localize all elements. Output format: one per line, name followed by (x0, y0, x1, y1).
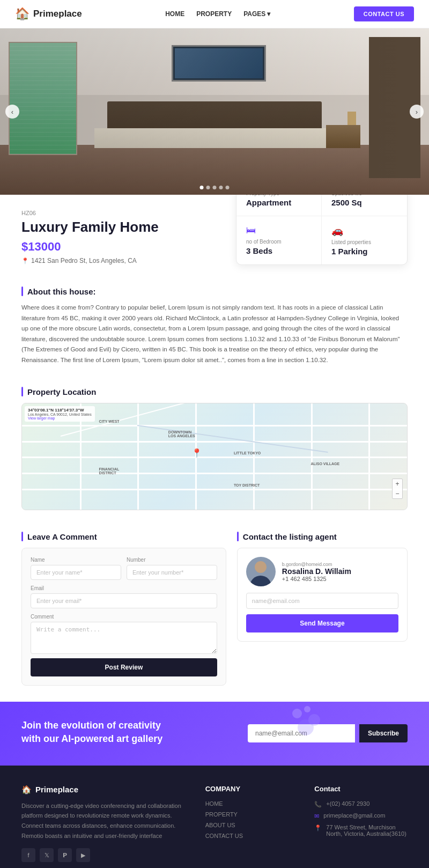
location-icon: 📍 (314, 825, 322, 832)
car-icon: 🚗 (331, 225, 343, 237)
comment-label: Comment (31, 614, 217, 620)
slider-dots (200, 186, 230, 189)
zoom-out-button[interactable]: − (393, 489, 402, 498)
property-price: $13000 (21, 240, 225, 254)
footer-socials: f 𝕏 𝗣 ▶ (21, 848, 189, 862)
about-text: Where does it come from? Contrary to pop… (21, 303, 408, 365)
property-detail-section: 🏢 Property Type Appartment 📐 Spacious li… (0, 195, 429, 270)
slider-prev-button[interactable]: ‹ (5, 105, 19, 119)
nav-pages[interactable]: PAGES ▾ (243, 10, 270, 18)
footer-link-property[interactable]: PROPERTY (205, 811, 299, 818)
slider-dot-5[interactable] (226, 186, 230, 189)
nav-property[interactable]: PROPERTY (196, 10, 232, 18)
hero-image (0, 28, 429, 195)
footer-phone-item: 📞 +(02) 4057 2930 (314, 800, 408, 808)
footer-company-col: COMPANY HOME PROPERTY ABOUT US CONTACT U… (205, 785, 299, 863)
number-label: Number (127, 557, 217, 563)
location-title: Property Location (27, 387, 96, 396)
footer-grid: 🏠 Primeplace Discover a cutting-edge vid… (21, 785, 408, 863)
slider-dot-4[interactable] (219, 186, 223, 189)
stat-value-parking: 1 Parking (331, 247, 368, 256)
view-larger-map-link[interactable]: View larger map (28, 416, 92, 420)
map-label: CITY WEST (99, 420, 120, 423)
stat-label-parking: Listed properties (331, 239, 371, 245)
about-title: About this house: (27, 287, 96, 296)
cta-banner: Join the evolution of creativity with ou… (0, 702, 429, 765)
map-road (253, 403, 255, 510)
map-label: LITTLE TOKYO (234, 451, 261, 455)
form-row-name-number: Name Number (31, 557, 217, 580)
comment-bar-accent (21, 532, 23, 541)
number-input[interactable] (127, 565, 217, 580)
agent-email-input[interactable] (246, 593, 398, 609)
footer-brand-col: 🏠 Primeplace Discover a cutting-edge vid… (21, 785, 189, 863)
cta-title: Join the evolution of creativity with ou… (21, 719, 162, 746)
location-section: Property Location CITY WEST DOWNTOWNLOS … (0, 381, 429, 521)
subscribe-button[interactable]: Subscribe (359, 724, 408, 742)
comment-textarea[interactable] (31, 622, 217, 654)
avatar-body (250, 576, 271, 586)
form-group-number: Number (127, 557, 217, 580)
comment-title-bar: Leave A Comment (21, 532, 226, 541)
email-input[interactable] (31, 593, 217, 608)
agent-email-small: b.gordon@homeid.com (282, 562, 351, 567)
slider-dot-1[interactable] (200, 186, 204, 189)
send-message-button[interactable]: Send Message (246, 614, 398, 632)
footer-link-home[interactable]: HOME (205, 800, 299, 807)
stat-value-bedroom: 3 Beds (246, 246, 272, 255)
email-label: Email (31, 585, 217, 591)
footer-brand-name: Primeplace (35, 785, 78, 794)
comment-form: Name Number Email Comment Post Review (21, 548, 226, 686)
footer-logo-icon: 🏠 (21, 785, 32, 795)
property-code: HZ06 (21, 210, 225, 216)
nav-home[interactable]: HOME (165, 10, 184, 18)
map-label: FINANCIALDISTRICT (99, 467, 120, 475)
agent-bar-accent (237, 532, 239, 541)
footer-contact-col: Contact 📞 +(02) 4057 2930 ✉ primeplace@g… (314, 785, 408, 863)
post-review-button[interactable]: Post Review (31, 658, 217, 676)
zoom-in-button[interactable]: + (393, 479, 402, 489)
agent-phone: +1 462 485 1325 (282, 576, 351, 582)
agent-section-title: Contact the listing agent (243, 532, 337, 541)
map-coords: 34°03'08.1"N 118°14'37.3"W Los Angeles, … (25, 406, 95, 422)
bed-icon: 🛏 (246, 225, 256, 236)
phone-icon: 📞 (314, 801, 322, 808)
name-input[interactable] (31, 565, 121, 580)
footer-email-item: ✉ primeplace@gmail.com (314, 812, 408, 820)
map-road (137, 403, 139, 510)
footer: 🏠 Primeplace Discover a cutting-edge vid… (0, 766, 429, 868)
slider-dot-3[interactable] (213, 186, 217, 189)
slider-next-button[interactable]: › (410, 105, 424, 119)
stat-bedroom: 🛏 no of Bedroom 3 Beds (236, 216, 322, 264)
facebook-icon[interactable]: f (21, 848, 35, 862)
map-diagonal-road (137, 425, 328, 453)
chevron-down-icon: ▾ (267, 10, 270, 18)
section-bar-accent (21, 286, 23, 296)
contact-agent-section: Contact the listing agent b.gordon@homei… (237, 532, 408, 686)
about-title-bar: About this house: (21, 286, 408, 296)
stat-value-type: Appartment (246, 198, 291, 207)
logo-icon: 🏠 (15, 7, 29, 21)
agent-profile: b.gordon@homeid.com Rosalina D. Willaim … (246, 557, 398, 586)
agent-info: b.gordon@homeid.com Rosalina D. Willaim … (282, 562, 351, 582)
location-title-bar: Property Location (21, 387, 408, 396)
footer-email: primeplace@gmail.com (323, 812, 385, 819)
map-label: DOWNTOWNLOS ANGELES (168, 430, 195, 438)
bottom-section: Leave A Comment Name Number Email Commen… (0, 521, 429, 702)
footer-link-contact[interactable]: CONTACT US (205, 833, 299, 839)
contact-us-button[interactable]: CONTACT US (354, 6, 414, 21)
map-background: CITY WEST DOWNTOWNLOS ANGELES LITTLE TOK… (22, 403, 407, 510)
hero-slider: ‹ › (0, 28, 429, 195)
slider-dot-2[interactable] (206, 186, 210, 189)
property-title: Luxury Family Home (21, 219, 225, 236)
navbar: 🏠 Primeplace HOME PROPERTY PAGES ▾ CONTA… (0, 0, 429, 28)
map-container[interactable]: CITY WEST DOWNTOWNLOS ANGELES LITTLE TOK… (21, 403, 408, 510)
brand-logo[interactable]: 🏠 Primeplace (15, 7, 82, 21)
footer-contact-title: Contact (314, 785, 408, 793)
footer-company-title: COMPANY (205, 785, 299, 793)
twitter-icon[interactable]: 𝕏 (40, 848, 54, 862)
youtube-icon[interactable]: ▶ (76, 848, 90, 862)
map-label: ALISO VILLAGE (311, 462, 340, 466)
footer-link-about[interactable]: ABOUT US (205, 822, 299, 828)
pinterest-icon[interactable]: 𝗣 (58, 848, 72, 862)
